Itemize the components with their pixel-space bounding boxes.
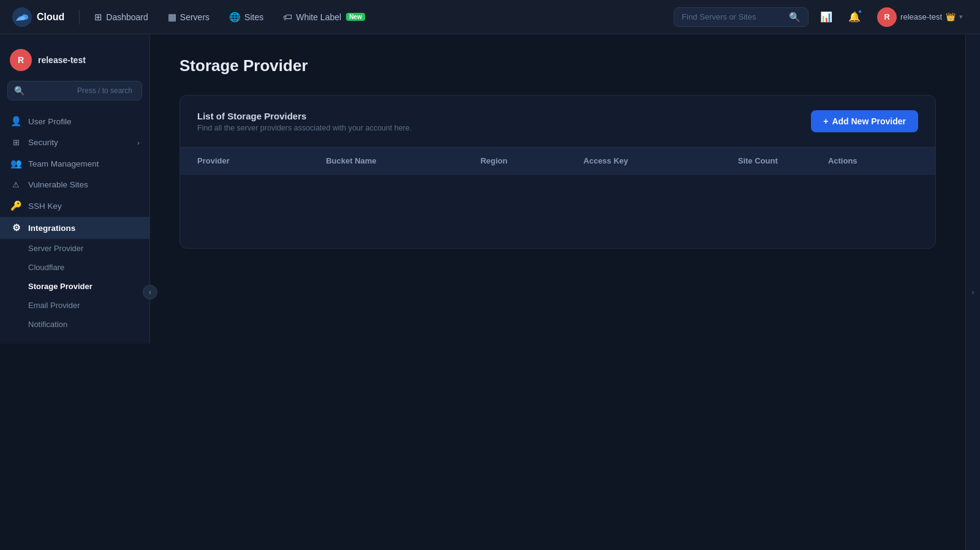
- sidebar-sub-server-provider[interactable]: Server Provider: [0, 239, 149, 258]
- search-input[interactable]: [682, 12, 784, 21]
- col-bucket-name: Bucket Name: [326, 156, 480, 165]
- sidebar-item-label: Security: [28, 138, 58, 147]
- integrations-icon: ⚙: [10, 222, 22, 233]
- vulnerable-sites-icon: ⚠: [10, 180, 22, 189]
- sidebar-sub-cloudflare[interactable]: Cloudflare: [0, 258, 149, 277]
- activity-icon: 📊: [820, 11, 832, 23]
- col-provider: Provider: [197, 156, 326, 165]
- sidebar-item-label: SSH Key: [28, 202, 62, 211]
- sidebar-sub-storage-provider[interactable]: Storage Provider: [0, 277, 149, 296]
- global-search[interactable]: 🔍: [674, 7, 809, 27]
- sidebar-item-label: Integrations: [28, 224, 75, 233]
- sites-icon: 🌐: [229, 12, 241, 23]
- nav-white-label-label: White Label: [296, 12, 341, 22]
- notification-dot: [858, 9, 862, 14]
- topnav: Cloud ⊞ Dashboard ▦ Servers 🌐 Sites 🏷 Wh…: [0, 0, 980, 34]
- sidebar-item-user-profile[interactable]: 👤 User Profile: [0, 110, 149, 132]
- sidebar-search-placeholder: Press / to search: [77, 86, 135, 95]
- crown-icon: 👑: [946, 12, 956, 21]
- sidebar-sub-notification[interactable]: Notification: [0, 315, 149, 334]
- sidebar-avatar: R: [10, 49, 32, 71]
- security-chevron-icon: ›: [137, 139, 140, 146]
- nav-dashboard[interactable]: ⊞ Dashboard: [87, 8, 156, 26]
- col-access-key: Access Key: [584, 156, 738, 165]
- sidebar: R release-test 🔍 Press / to search 👤 Use…: [0, 34, 150, 344]
- page-title: Storage Provider: [179, 56, 936, 75]
- team-management-icon: 👥: [10, 158, 22, 169]
- col-actions: Actions: [828, 156, 918, 165]
- notifications-button[interactable]: 🔔: [844, 7, 865, 28]
- right-collapse-icon: ›: [972, 288, 974, 296]
- app-body: R release-test 🔍 Press / to search 👤 Use…: [0, 34, 980, 550]
- cloudflare-label: Cloudflare: [28, 263, 64, 272]
- user-chevron-icon: ▾: [959, 13, 963, 21]
- table-header: Provider Bucket Name Region Access Key S…: [180, 148, 935, 175]
- sidebar-item-security[interactable]: ⊞ Security ›: [0, 132, 149, 153]
- dashboard-icon: ⊞: [94, 12, 102, 23]
- nav-separator: [79, 10, 80, 24]
- card-title-section: List of Storage Providers Find all the s…: [197, 111, 412, 132]
- nav-dashboard-label: Dashboard: [106, 12, 148, 22]
- storage-provider-label: Storage Provider: [28, 282, 92, 291]
- user-menu[interactable]: R release-test 👑 ▾: [872, 5, 968, 29]
- security-icon: ⊞: [10, 138, 22, 147]
- table-empty-state: [180, 175, 935, 248]
- search-icon: 🔍: [789, 12, 801, 23]
- nav-sites-label: Sites: [244, 12, 263, 22]
- card-title: List of Storage Providers: [197, 111, 412, 121]
- sidebar-username: release-test: [38, 55, 86, 65]
- sidebar-wrapper: R release-test 🔍 Press / to search 👤 Use…: [0, 34, 150, 550]
- sidebar-item-label: Team Management: [28, 159, 99, 168]
- sidebar-item-label: User Profile: [28, 117, 72, 126]
- nav-sites[interactable]: 🌐 Sites: [222, 8, 271, 26]
- nav-servers-label: Servers: [180, 12, 209, 22]
- sidebar-collapse-button[interactable]: ‹: [143, 285, 157, 299]
- sidebar-item-team-management[interactable]: 👥 Team Management: [0, 153, 149, 175]
- logo-text: Cloud: [37, 12, 64, 23]
- add-icon: +: [823, 116, 828, 126]
- notification-label: Notification: [28, 320, 67, 329]
- card-header: List of Storage Providers Find all the s…: [180, 96, 935, 148]
- ssh-key-icon: 🔑: [10, 200, 22, 211]
- add-new-provider-button[interactable]: + Add New Provider: [811, 110, 918, 132]
- new-badge: New: [346, 13, 365, 21]
- sidebar-search[interactable]: 🔍 Press / to search: [7, 81, 142, 100]
- card-subtitle: Find all the server providers associated…: [197, 124, 412, 132]
- server-provider-label: Server Provider: [28, 244, 83, 253]
- col-region: Region: [480, 156, 583, 165]
- email-provider-label: Email Provider: [28, 301, 80, 310]
- user-name: release-test: [900, 12, 942, 21]
- sidebar-item-vulnerable-sites[interactable]: ⚠ Vulnerable Sites: [0, 175, 149, 195]
- col-site-count: Site Count: [738, 156, 828, 165]
- sidebar-user-section: R release-test: [0, 44, 149, 81]
- nav-servers[interactable]: ▦ Servers: [160, 8, 217, 26]
- sidebar-sub-email-provider[interactable]: Email Provider: [0, 296, 149, 315]
- nav-white-label[interactable]: 🏷 White Label New: [276, 8, 372, 26]
- right-panel-collapse-button[interactable]: ›: [965, 34, 980, 550]
- add-button-label: Add New Provider: [832, 116, 906, 126]
- sidebar-item-integrations[interactable]: ⚙ Integrations: [0, 217, 149, 239]
- main-content: Storage Provider List of Storage Provide…: [150, 34, 965, 550]
- logo[interactable]: Cloud: [12, 7, 64, 27]
- sidebar-item-label: Vulnerable Sites: [28, 180, 88, 189]
- user-avatar: R: [877, 7, 897, 27]
- user-profile-icon: 👤: [10, 116, 22, 127]
- topnav-right: 🔍 📊 🔔 R release-test 👑 ▾: [674, 5, 968, 29]
- sidebar-item-ssh-key[interactable]: 🔑 SSH Key: [0, 195, 149, 217]
- sidebar-search-icon: 🔍: [14, 86, 72, 96]
- servers-icon: ▦: [168, 12, 176, 23]
- storage-providers-card: List of Storage Providers Find all the s…: [179, 95, 936, 249]
- white-label-icon: 🏷: [283, 12, 292, 22]
- activity-button[interactable]: 📊: [816, 7, 837, 28]
